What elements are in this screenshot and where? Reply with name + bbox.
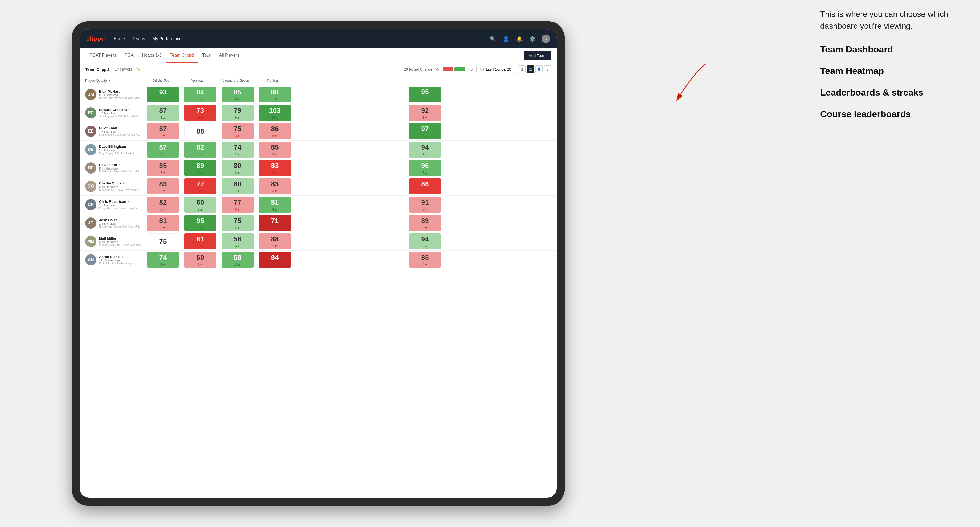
player-avatar: EE <box>85 125 96 137</box>
tab-hcaps[interactable]: Hcaps 1-5 <box>138 48 166 62</box>
player-avatar: DB <box>85 144 96 155</box>
score-box: 94 3▲ <box>409 233 441 249</box>
tab-pga[interactable]: PGA <box>120 48 138 62</box>
score-value: 103 <box>269 106 280 115</box>
score-around_green: 88 1▼ <box>256 86 293 104</box>
table-row[interactable]: AN Aaron Nicholls 11-15 Handicap Drift G… <box>80 251 557 269</box>
table-row[interactable]: BM Blair McHarg Plus Handicap Royal Nort… <box>80 86 557 104</box>
player-avatar: DF <box>85 162 96 173</box>
tab-tour[interactable]: Tour <box>198 48 215 62</box>
player-handicap: 1-5 Handicap <box>99 130 142 133</box>
person-icon[interactable]: 👤 <box>502 35 510 43</box>
score-approach: 80 3▲ <box>219 159 256 177</box>
bell-icon[interactable]: 🔔 <box>515 35 523 43</box>
player-info: Matt Miller 6-10 Handicap Woburn Golf Cl… <box>99 237 141 246</box>
score-value: 80 <box>234 180 242 188</box>
avatar[interactable]: U <box>542 35 550 43</box>
change-bar <box>442 67 465 71</box>
score-box: 73 11▼ <box>184 105 216 121</box>
score-box: 96 3▲ <box>409 160 441 176</box>
tab-team-clippd[interactable]: Team Clippd <box>166 48 198 62</box>
header-putting[interactable]: Putting — <box>256 76 293 86</box>
score-value: 86 <box>421 180 429 188</box>
score-box: 103 15▲ <box>259 105 291 121</box>
grid-view-button[interactable]: ▦ <box>518 65 526 73</box>
player-cell: MM Matt Miller 6-10 Handicap Woburn Golf… <box>80 233 144 250</box>
score-box: 85 8▲ <box>221 86 253 103</box>
settings-icon[interactable]: ⚙️ <box>528 35 537 43</box>
add-team-button[interactable]: Add Team <box>524 51 551 60</box>
player-cell: DB Dave Billingham 1-5 Handicap Gog Mago… <box>80 141 144 158</box>
score-box: 82 4▲ <box>184 141 216 157</box>
score-off_tee: 95 8▲ <box>181 214 219 232</box>
player-info: David Ford ✓ Plus Handicap Royal North D… <box>99 163 142 173</box>
player-handicap: 6-10 Handicap <box>99 240 141 243</box>
score-change: 4▼ <box>423 263 428 267</box>
score-approach: 85 8▲ <box>219 86 256 104</box>
table-row[interactable]: JC Josh Coles 1-5 Handicap Royal North D… <box>80 214 557 232</box>
score-quality: 87 3▼ <box>144 122 181 141</box>
table-row[interactable]: CR Chris Robertson ✓ 1-5 Handicap Craigm… <box>80 195 557 214</box>
table-view-button[interactable]: ▤ <box>527 65 534 73</box>
change-high: +5 <box>469 67 473 71</box>
list-view-button[interactable]: 👤 <box>535 65 543 73</box>
verified-icon: ✓ <box>127 200 130 203</box>
player-name: Charlie Quick ✓ <box>99 181 142 185</box>
player-cell: BM Blair McHarg Plus Handicap Royal Nort… <box>80 86 144 103</box>
score-change: 10▲ <box>234 263 241 267</box>
header-around-green[interactable]: Around the Green — <box>219 76 256 86</box>
score-around_green: 83 6▼ <box>256 177 293 195</box>
table-row[interactable]: MM Matt Miller 6-10 Handicap Woburn Golf… <box>80 232 557 251</box>
player-info: Josh Coles 1-5 Handicap Royal North Devo… <box>99 218 142 228</box>
player-info: Edward Crossman 1-5 Handicap Sunningdale… <box>99 108 142 118</box>
score-box: 86 8▼ <box>409 178 441 194</box>
score-change: 1▼ <box>272 97 277 101</box>
score-box: 94 1▲ <box>409 141 441 157</box>
score-value: 61 <box>197 235 204 243</box>
last-rounds-button[interactable]: 📋 Last Rounds: 20 <box>476 66 514 73</box>
score-change: 5▲ <box>423 134 428 138</box>
player-cell: EE Elliot Ebert 1-5 Handicap Sunningdale… <box>80 123 144 140</box>
score-change: 3▼ <box>272 152 277 156</box>
player-cell: CR Chris Robertson ✓ 1-5 Handicap Craigm… <box>80 197 144 213</box>
change-low: -5 <box>436 67 439 71</box>
score-box: 60 1▼ <box>184 252 216 268</box>
annotation-item-1: Team Dashboard <box>820 43 959 56</box>
score-value: 77 <box>197 180 204 188</box>
score-putting: 89 2▼ <box>293 214 557 232</box>
search-icon[interactable]: 🔍 <box>488 35 497 43</box>
score-box: 87 4▲ <box>147 141 179 157</box>
table-row[interactable]: EE Elliot Ebert 1-5 Handicap Sunningdale… <box>80 122 557 141</box>
tab-all-players[interactable]: All Players <box>215 48 243 62</box>
score-value: 85 <box>271 143 279 151</box>
nav-home[interactable]: Home <box>114 37 125 41</box>
score-change: 1▲ <box>235 189 240 193</box>
score-change: 14▼ <box>197 189 204 193</box>
table-row[interactable]: DF David Ford ✓ Plus Handicap Royal Nort… <box>80 159 557 177</box>
score-value: 91 <box>421 198 429 206</box>
export-button[interactable]: ↓ <box>544 65 551 73</box>
annotation-item-3: Leaderboards & streaks <box>820 86 959 99</box>
header-approach[interactable]: Approach — <box>181 76 219 86</box>
table-row[interactable]: EC Edward Crossman 1-5 Handicap Sunningd… <box>80 104 557 122</box>
score-box: 91 3▼ <box>409 197 441 213</box>
edit-icon[interactable]: ✏️ <box>136 67 141 71</box>
score-box: 82 3▼ <box>147 197 179 213</box>
table-row[interactable]: DB Dave Billingham 1-5 Handicap Gog Mago… <box>80 141 557 159</box>
score-change: 4▲ <box>198 152 203 156</box>
player-avatar: BM <box>85 89 96 100</box>
score-value: 96 <box>421 162 429 170</box>
score-change: 2▼ <box>272 244 277 248</box>
header-off-tee[interactable]: Off the Tee — <box>144 76 181 86</box>
tab-pgat-players[interactable]: PGAT Players <box>85 48 120 62</box>
score-box: 89 2▼ <box>409 215 441 231</box>
score-value: 83 <box>271 180 279 188</box>
nav-teams[interactable]: Teams <box>132 37 145 41</box>
score-value: 88 <box>271 235 279 243</box>
score-value: 84 <box>197 88 204 96</box>
player-name: Aaron Nicholls <box>99 255 136 259</box>
table-row[interactable]: CQ Charlie Quick ✓ 6-10 Handicap St. Geo… <box>80 177 557 195</box>
header-player[interactable]: Player Quality ▼ <box>80 76 144 86</box>
score-change: 11▼ <box>197 116 204 119</box>
nav-my-performance[interactable]: My Performance <box>153 37 184 41</box>
